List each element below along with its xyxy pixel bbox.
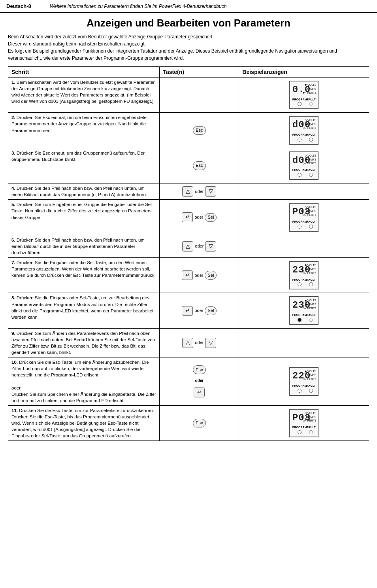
- table-row: 6. Drücken Sie den Pfeil nach oben bzw. …: [8, 235, 369, 257]
- table-row: 1. Beim Einschalten wird der vom Benutze…: [8, 78, 369, 113]
- display-panel: d00 VOLTS AMPS • HERTZ PROGRAM FAULT: [289, 114, 319, 146]
- step-key: Esc: [160, 405, 239, 441]
- steps-table: Schritt Taste(n) Beispielanzeigen 1. Bei…: [8, 66, 369, 441]
- oder-label: oder: [195, 340, 204, 346]
- display-panel: d00 VOLTS AMPS • HERTZ PROGRAM FAULT: [289, 150, 319, 182]
- step-description: 8. Drücken Sie die Eingabe- oder Sel-Tas…: [8, 293, 160, 328]
- down-button[interactable]: [205, 186, 216, 197]
- step-display: [239, 235, 369, 257]
- key-enter-sel: oder Sel: [163, 270, 236, 280]
- step-description: 5. Drücken Sie zum Eingeben einer Gruppe…: [8, 200, 160, 235]
- table-row: 11. Drücken Sie die Esc-Taste, um zur Pa…: [8, 405, 369, 441]
- step-key: oder: [160, 328, 239, 357]
- sel-button[interactable]: Sel: [205, 306, 217, 315]
- key-enter-sel: oder Sel: [163, 212, 236, 222]
- key-up-down: oder: [163, 241, 236, 251]
- col-header-beispiel: Beispielanzeigen: [239, 67, 369, 78]
- display-panel: 0.0 VOLTS AMPS • HERTZ PROGRAM FAULT: [289, 79, 319, 111]
- step-key: Esc: [160, 148, 239, 183]
- oder-label: oder: [195, 189, 204, 195]
- step-display: d00 VOLTS AMPS • HERTZ PROGRAM FAULT: [239, 113, 369, 148]
- col-header-taste: Taste(n): [160, 67, 239, 78]
- step-key: oder Sel: [160, 293, 239, 328]
- oder-label: oder: [194, 214, 203, 220]
- step-key: oder: [160, 235, 239, 257]
- esc-button[interactable]: Esc: [193, 365, 205, 374]
- display-panel: 230 VOLTS AMPS • HERTZ PROGRAM FAULT: [289, 259, 319, 291]
- display-panel: P03 VOLTS AMPS • HERTZ PROGRAM FAULT: [289, 407, 319, 439]
- col-header-schritt: Schritt: [8, 67, 160, 78]
- step-display: d00 VOLTS AMPS • HERTZ PROGRAM FAULT: [239, 148, 369, 183]
- step-description: 9. Drücken Sie zum Ändern des Parameterw…: [8, 328, 160, 357]
- table-row: 8. Drücken Sie die Eingabe- oder Sel-Tas…: [8, 293, 369, 328]
- page-section-label: Deutsch-8: [6, 3, 42, 9]
- esc-button[interactable]: Esc: [193, 161, 205, 170]
- table-row: 5. Drücken Sie zum Eingeben einer Gruppe…: [8, 200, 369, 235]
- step-description: 11. Drücken Sie die Esc-Taste, um zur Pa…: [8, 405, 160, 441]
- oder-separator: oder: [195, 378, 204, 384]
- key-esc: Esc: [163, 161, 236, 170]
- header-description: Weitere Informationen zu Parametern find…: [50, 4, 228, 9]
- table-row: 4. Drücken Sie den Pfeil nach oben bzw. …: [8, 183, 369, 200]
- main-content: Anzeigen und Bearbeiten von Parametern B…: [0, 13, 377, 449]
- key-esc: Esc: [163, 126, 236, 135]
- step-description: 2. Drücken Sie Esc einmal, um die beim E…: [8, 113, 160, 148]
- esc-button[interactable]: Esc: [193, 419, 205, 427]
- step-description: 4. Drücken Sie den Pfeil nach oben bzw. …: [8, 183, 160, 200]
- sel-button[interactable]: Sel: [205, 271, 217, 280]
- step-key: [160, 78, 239, 113]
- intro-text: Beim Abschalten wird der zuletzt vom Ben…: [8, 33, 369, 62]
- key-up-down: oder: [163, 186, 236, 197]
- step-key: oder Sel: [160, 200, 239, 235]
- up-button[interactable]: [182, 241, 193, 251]
- enter-button[interactable]: [182, 212, 193, 222]
- step-key: oder: [160, 183, 239, 200]
- step-description: 10. Drücken Sie die Esc-Taste, um eine Ä…: [8, 357, 160, 406]
- oder-label: oder: [194, 272, 203, 278]
- step-description: 1. Beim Einschalten wird der vom Benutze…: [8, 78, 160, 113]
- step-description: 7. Drücken Sie die Eingabe- oder die Sel…: [8, 258, 160, 293]
- display-panel: P03 VOLTS AMPS • HERTZ PROGRAM FAULT: [289, 201, 319, 233]
- display-panel: 220 VOLTS AMPS • HERTZ PROGRAM FAULT: [289, 365, 319, 397]
- step-description: 6. Drücken Sie den Pfeil nach oben bzw. …: [8, 235, 160, 257]
- table-row: 3. Drücken Sie Esc erneut, um das Gruppe…: [8, 148, 369, 183]
- step-display: 230 VOLTS AMPS • HERTZ PROGRAM FAULT: [239, 258, 369, 293]
- oder-label: oder: [195, 243, 204, 249]
- enter-button[interactable]: [182, 306, 193, 316]
- sel-button[interactable]: Sel: [205, 213, 217, 222]
- enter-button[interactable]: [194, 388, 205, 397]
- section-title: Anzeigen und Bearbeiten von Parametern: [8, 17, 369, 29]
- step-description: 3. Drücken Sie Esc erneut, um das Gruppe…: [8, 148, 160, 183]
- step-display: 220 VOLTS AMPS • HERTZ PROGRAM FAULT: [239, 357, 369, 406]
- step-key: Esc oder: [160, 357, 239, 406]
- step-display: [239, 328, 369, 357]
- table-row: 2. Drücken Sie Esc einmal, um die beim E…: [8, 113, 369, 148]
- table-row: 10. Drücken Sie die Esc-Taste, um eine Ä…: [8, 357, 369, 406]
- table-row: 9. Drücken Sie zum Ändern des Parameterw…: [8, 328, 369, 357]
- step-key: oder Sel: [160, 258, 239, 293]
- display-panel: 230 VOLTS AMPS • HERTZ PROGRAM FAULT: [289, 295, 319, 326]
- enter-button[interactable]: [182, 270, 193, 280]
- key-esc: Esc: [163, 419, 236, 427]
- key-up-down: oder: [163, 338, 236, 348]
- down-button[interactable]: [205, 241, 216, 251]
- step-display: 230 VOLTS AMPS • HERTZ PROGRAM FAULT: [239, 293, 369, 328]
- step-display: [239, 183, 369, 200]
- up-button[interactable]: [182, 338, 193, 348]
- up-button[interactable]: [182, 186, 193, 197]
- page-header: Deutsch-8 Weitere Informationen zu Param…: [0, 0, 377, 13]
- step-display: P03 VOLTS AMPS • HERTZ PROGRAM FAULT: [239, 200, 369, 235]
- key-esc-enter: Esc oder: [163, 365, 236, 397]
- oder-label: oder: [194, 308, 203, 314]
- down-button[interactable]: [205, 338, 216, 348]
- table-row: 7. Drücken Sie die Eingabe- oder die Sel…: [8, 258, 369, 293]
- step-display: 0.0 VOLTS AMPS • HERTZ PROGRAM FAULT: [239, 78, 369, 113]
- step-display: P03 VOLTS AMPS • HERTZ PROGRAM FAULT: [239, 405, 369, 441]
- esc-button[interactable]: Esc: [193, 126, 205, 135]
- step-key: Esc: [160, 113, 239, 148]
- key-enter-sel: oder Sel: [163, 306, 236, 316]
